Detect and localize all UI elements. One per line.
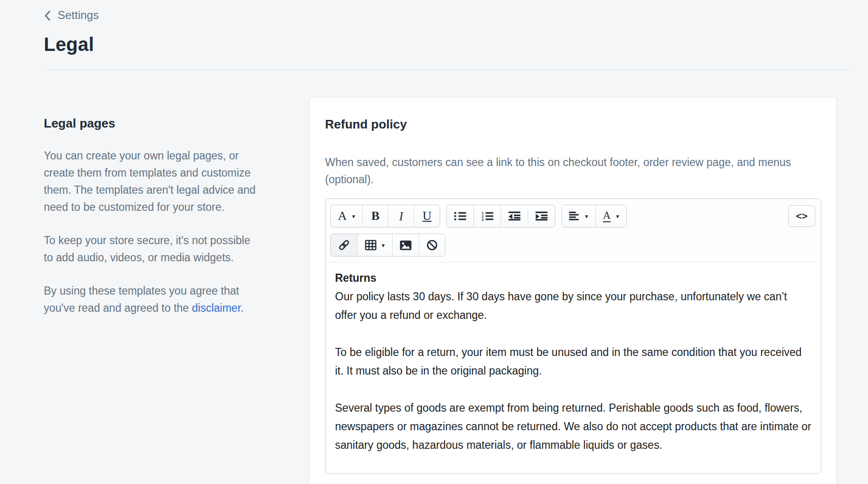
- indent-icon: [535, 211, 548, 221]
- annotation-paragraph-3: By using these templates you agree that …: [44, 282, 260, 316]
- legal-pages-annotation: Legal pages You can create your own lega…: [44, 98, 260, 316]
- text-style-icon: A: [338, 210, 347, 222]
- refund-text-paragraph-3: Several types of goods are exempt from b…: [335, 399, 811, 454]
- outdent-button[interactable]: [501, 205, 528, 227]
- code-view-icon: <>: [796, 210, 808, 222]
- bold-icon: B: [371, 210, 379, 222]
- chevron-down-icon: ▾: [382, 242, 385, 248]
- chevron-down-icon: ▾: [585, 213, 588, 219]
- text-style-button[interactable]: A ▾: [331, 205, 363, 227]
- align-left-icon: [569, 211, 580, 221]
- insert-image-button[interactable]: [393, 234, 419, 256]
- bold-button[interactable]: B: [363, 205, 388, 227]
- rich-text-editor: A ▾ B I U: [325, 198, 821, 474]
- refund-text-paragraph-1: Our policy lasts 30 days. If 30 days hav…: [335, 287, 811, 325]
- bulleted-list-icon: [454, 211, 466, 221]
- card-description: When saved, customers can see a link to …: [325, 154, 821, 188]
- insert-table-button[interactable]: ▾: [358, 234, 393, 256]
- numbered-list-icon: 123: [481, 211, 493, 221]
- refund-text-paragraph-2: To be eligible for a return, your item m…: [335, 343, 811, 380]
- toolbar-row-1: A ▾ B I U: [330, 205, 815, 227]
- link-icon: [338, 239, 350, 251]
- breadcrumb-label: Settings: [58, 9, 99, 22]
- insert-group: ▾: [330, 234, 445, 257]
- clear-formatting-icon: [426, 239, 438, 251]
- numbered-list-button[interactable]: 123: [474, 205, 501, 227]
- editor-toolbar: A ▾ B I U: [326, 199, 821, 262]
- refund-policy-card: Refund policy When saved, customers can …: [309, 98, 837, 484]
- editor-content[interactable]: Returns Our policy lasts 30 days. If 30 …: [326, 262, 821, 474]
- text-color-button[interactable]: A ▾: [596, 205, 626, 227]
- underline-button[interactable]: U: [414, 205, 440, 227]
- insert-link-button[interactable]: [331, 234, 358, 256]
- settings-legal-layout: Legal pages You can create your own lega…: [0, 98, 868, 484]
- italic-icon: I: [399, 210, 403, 222]
- annotation-paragraph-1: You can create your own legal pages, or …: [44, 147, 260, 216]
- toolbar-row-2: ▾: [330, 234, 815, 257]
- image-icon: [400, 240, 412, 250]
- chevron-left-icon: [44, 10, 51, 21]
- code-view-button[interactable]: <>: [788, 205, 815, 227]
- clear-formatting-button[interactable]: [419, 234, 445, 256]
- annotation-paragraph-2: To keep your store secure, it's not poss…: [44, 232, 260, 266]
- annotation-heading: Legal pages: [44, 116, 260, 131]
- indent-button[interactable]: [528, 205, 555, 227]
- bulleted-list-button[interactable]: [447, 205, 474, 227]
- text-color-icon: A: [603, 210, 611, 222]
- refund-text-heading: Returns: [335, 269, 811, 287]
- chevron-down-icon: ▾: [352, 213, 355, 219]
- list-indent-group: 123: [446, 205, 555, 227]
- align-color-group: ▾ A ▾: [562, 205, 627, 227]
- table-icon: [365, 240, 376, 250]
- page-header: Settings Legal: [0, 0, 868, 56]
- italic-button[interactable]: I: [388, 205, 414, 227]
- text-alignment-button[interactable]: ▾: [562, 205, 596, 227]
- header-divider: [44, 70, 849, 70]
- breadcrumb[interactable]: Settings: [44, 9, 99, 22]
- chevron-down-icon: ▾: [616, 213, 619, 219]
- annotation-paragraph-3-period: .: [241, 302, 244, 314]
- outdent-icon: [508, 211, 521, 221]
- text-format-group: A ▾ B I U: [330, 205, 440, 227]
- svg-text:3: 3: [482, 217, 483, 221]
- disclaimer-link[interactable]: disclaimer: [192, 302, 240, 314]
- card-heading: Refund policy: [325, 117, 821, 132]
- page-title: Legal: [44, 33, 849, 56]
- underline-icon: U: [423, 210, 432, 222]
